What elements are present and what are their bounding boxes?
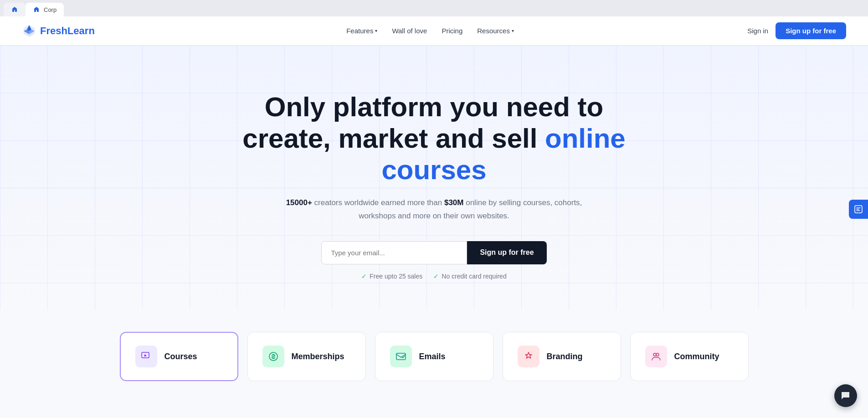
- svg-point-3: [653, 353, 656, 356]
- feature-card-emails[interactable]: Emails: [375, 332, 493, 381]
- community-label: Community: [674, 352, 719, 361]
- community-icon: [645, 346, 667, 367]
- tab-favicon-1: [11, 6, 18, 13]
- hero-cta-button[interactable]: Sign up for free: [467, 241, 546, 264]
- hero-title: Only platform you need to create, market…: [240, 91, 628, 186]
- nav-menu: Features ▾ Wall of love Pricing Resource…: [113, 27, 747, 35]
- hero-content: Only platform you need to create, market…: [229, 73, 639, 280]
- nav-pricing[interactable]: Pricing: [442, 27, 462, 35]
- chat-widget: [834, 384, 857, 399]
- feature-card-branding[interactable]: Branding: [503, 332, 621, 381]
- bottom-strip: [0, 381, 868, 399]
- sign-in-button[interactable]: Sign in: [747, 27, 768, 35]
- feature-card-memberships[interactable]: Memberships: [247, 332, 366, 381]
- features-section: Courses Memberships Emails Brand: [0, 310, 868, 381]
- svg-point-4: [656, 353, 659, 356]
- tab-favicon-2: [33, 6, 40, 13]
- tab-label-2: Corp: [44, 6, 56, 13]
- chevron-down-icon: ▾: [375, 28, 377, 33]
- nav-resources[interactable]: Resources ▾: [477, 27, 514, 35]
- hero-section: Only platform you need to create, market…: [0, 46, 868, 310]
- signup-form: Sign up for free: [240, 241, 628, 264]
- branding-icon: [518, 346, 539, 367]
- logo-fresh: Fresh: [40, 25, 67, 36]
- navbar: FreshLearn Features ▾ Wall of love Prici…: [0, 16, 868, 46]
- check-icon-1: ✓: [361, 273, 367, 280]
- chat-button[interactable]: [834, 384, 857, 399]
- sign-up-button-nav[interactable]: Sign up for free: [776, 22, 846, 39]
- nav-wall-of-love[interactable]: Wall of love: [392, 27, 427, 35]
- logo-learn: Learn: [67, 25, 95, 36]
- hero-badges: ✓ Free upto 25 sales ✓ No credit card re…: [240, 273, 628, 280]
- logo-link[interactable]: FreshLearn: [22, 24, 95, 38]
- courses-icon: [135, 346, 157, 367]
- browser-tab-bar: Corp: [0, 0, 868, 16]
- side-widget-button[interactable]: [849, 200, 868, 219]
- email-input[interactable]: [321, 241, 467, 264]
- memberships-label: Memberships: [292, 352, 344, 361]
- hero-subtitle: 15000+ creators worldwide earned more th…: [240, 196, 628, 223]
- chevron-down-icon-2: ▾: [512, 28, 514, 33]
- logo-icon: [22, 24, 36, 38]
- browser-tab-2[interactable]: Corp: [26, 3, 64, 16]
- badge-no-credit-card: ✓ No credit card required: [433, 273, 506, 280]
- courses-label: Courses: [164, 352, 197, 361]
- feature-card-community[interactable]: Community: [630, 332, 749, 381]
- emails-icon: [390, 346, 412, 367]
- emails-label: Emails: [419, 352, 446, 361]
- badge-free-sales: ✓ Free upto 25 sales: [361, 273, 422, 280]
- check-icon-2: ✓: [433, 273, 439, 280]
- memberships-icon: [262, 346, 284, 367]
- branding-label: Branding: [547, 352, 583, 361]
- navbar-actions: Sign in Sign up for free: [747, 22, 846, 39]
- nav-features[interactable]: Features ▾: [346, 27, 377, 35]
- feature-card-courses[interactable]: Courses: [120, 332, 238, 381]
- logo-text: FreshLearn: [40, 25, 95, 37]
- browser-tab-1[interactable]: [4, 3, 26, 16]
- side-widget: [849, 200, 868, 219]
